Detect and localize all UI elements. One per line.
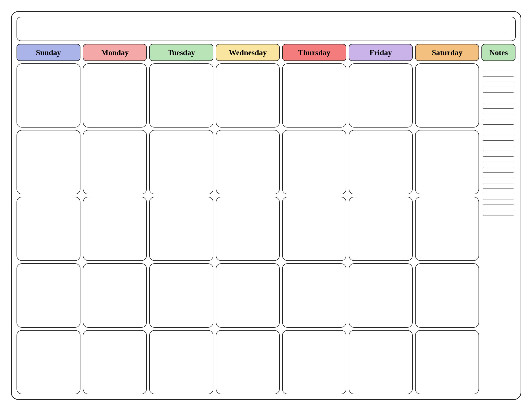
- cell-row5-thu[interactable]: [282, 330, 346, 394]
- notes-line[interactable]: [483, 135, 513, 141]
- cell-row5-tue[interactable]: [149, 330, 213, 394]
- notes-line[interactable]: [483, 162, 513, 167]
- cell-row1-thu[interactable]: [282, 63, 346, 128]
- header-monday: Monday: [83, 44, 147, 61]
- cell-row3-fri[interactable]: [349, 197, 413, 261]
- notes-line[interactable]: [483, 114, 513, 119]
- notes-line[interactable]: [483, 205, 513, 210]
- notes-line[interactable]: [483, 76, 513, 82]
- calendar-wrapper: Sunday Monday Tuesday Wednesday Thursday…: [11, 11, 521, 400]
- cell-row5-fri[interactable]: [349, 330, 413, 394]
- notes-line[interactable]: [483, 87, 513, 93]
- notes-line[interactable]: [483, 141, 513, 146]
- cell-row2-fri[interactable]: [349, 130, 413, 194]
- cell-row3-tue[interactable]: [149, 197, 213, 261]
- notes-line[interactable]: [483, 146, 513, 151]
- header-friday: Friday: [349, 44, 413, 61]
- cell-row2-thu[interactable]: [282, 130, 346, 194]
- cell-row1-sun[interactable]: [17, 63, 80, 128]
- cell-row5-sun[interactable]: [17, 330, 80, 394]
- notes-line[interactable]: [483, 93, 513, 98]
- cell-row2-sun[interactable]: [17, 130, 80, 194]
- notes-line[interactable]: [483, 98, 513, 103]
- notes-section[interactable]: [481, 63, 515, 394]
- notes-line[interactable]: [483, 178, 513, 183]
- cell-row2-mon[interactable]: [83, 130, 147, 194]
- notes-line[interactable]: [483, 194, 513, 199]
- notes-line[interactable]: [483, 66, 513, 71]
- cell-row4-mon[interactable]: [83, 263, 147, 327]
- notes-line[interactable]: [483, 189, 513, 194]
- notes-line[interactable]: [483, 119, 513, 125]
- notes-line[interactable]: [483, 125, 513, 130]
- cell-row1-mon[interactable]: [83, 63, 147, 128]
- header-sunday: Sunday: [17, 44, 80, 61]
- cell-row2-wed[interactable]: [216, 130, 280, 194]
- cell-row3-mon[interactable]: [83, 197, 147, 261]
- cell-row3-wed[interactable]: [216, 197, 280, 261]
- notes-line[interactable]: [483, 173, 513, 178]
- cell-row2-sat[interactable]: [415, 130, 479, 194]
- title-bar[interactable]: [17, 17, 516, 41]
- cell-row4-tue[interactable]: [149, 263, 213, 327]
- notes-line[interactable]: [483, 103, 513, 109]
- calendar-grid: Sunday Monday Tuesday Wednesday Thursday…: [17, 44, 516, 394]
- notes-line[interactable]: [483, 82, 513, 87]
- header-saturday: Saturday: [415, 44, 479, 61]
- notes-line[interactable]: [483, 109, 513, 114]
- cell-row1-wed[interactable]: [216, 63, 280, 128]
- header-tuesday: Tuesday: [149, 44, 213, 61]
- header-notes: Notes: [481, 44, 515, 61]
- cell-row4-wed[interactable]: [216, 263, 280, 327]
- cell-row4-sat[interactable]: [415, 263, 479, 327]
- cell-row3-thu[interactable]: [282, 197, 346, 261]
- cell-row3-sat[interactable]: [415, 197, 479, 261]
- cell-row5-sat[interactable]: [415, 330, 479, 394]
- notes-line[interactable]: [483, 151, 513, 157]
- cell-row4-thu[interactable]: [282, 263, 346, 327]
- cell-row3-sun[interactable]: [17, 197, 80, 261]
- notes-line[interactable]: [483, 199, 513, 205]
- cell-row5-wed[interactable]: [216, 330, 280, 394]
- notes-line[interactable]: [483, 183, 513, 189]
- header-wednesday: Wednesday: [216, 44, 280, 61]
- cell-row1-tue[interactable]: [149, 63, 213, 128]
- cell-row2-tue[interactable]: [149, 130, 213, 194]
- notes-line[interactable]: [483, 157, 513, 162]
- notes-line[interactable]: [483, 71, 513, 76]
- notes-line[interactable]: [483, 130, 513, 135]
- notes-line[interactable]: [483, 210, 513, 215]
- cell-row5-mon[interactable]: [83, 330, 147, 394]
- cell-row1-sat[interactable]: [415, 63, 479, 128]
- cell-row1-fri[interactable]: [349, 63, 413, 128]
- header-thursday: Thursday: [282, 44, 346, 61]
- cell-row4-sun[interactable]: [17, 263, 80, 327]
- cell-row4-fri[interactable]: [349, 263, 413, 327]
- notes-line[interactable]: [483, 167, 513, 173]
